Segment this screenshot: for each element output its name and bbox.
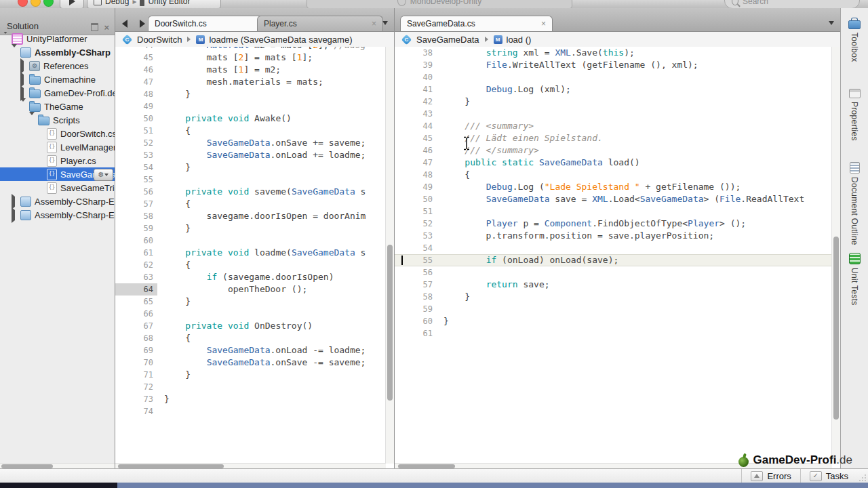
code-editor-right[interactable]: 38 string xml = XML.Save(this);39 File.W… — [395, 47, 832, 464]
line-number: 60 — [115, 235, 157, 247]
disclosure-right-icon[interactable] — [20, 75, 27, 85]
tree-item-unityplatformer[interactable]: UnityPlatformer — [0, 32, 115, 45]
close-tab-icon[interactable]: × — [372, 19, 376, 28]
code-text: } — [164, 88, 191, 100]
folder-icon — [29, 76, 41, 85]
tool-tab-document-outline[interactable]: Document Outline — [841, 162, 868, 245]
breadcrumb-member[interactable]: load () — [507, 35, 532, 45]
close-tab-icon[interactable]: × — [541, 19, 546, 28]
tab-list-dropdown-icon[interactable] — [829, 21, 834, 25]
code-line-52: 52 SaveGameData.onSave += saveme; — [115, 137, 386, 149]
line-number: 52 — [395, 218, 437, 230]
bottom-strip — [0, 483, 868, 488]
breadcrumb-member[interactable]: loadme (SaveGameData savegame) — [209, 35, 352, 45]
tree-item-assembly-csharp-editor[interactable]: Assembly-CSharp-Editor — [0, 208, 115, 222]
line-number: 49 — [395, 181, 437, 193]
tree-item-thegame[interactable]: TheGame — [0, 100, 115, 113]
line-number: 68 — [115, 332, 157, 344]
disclosure-right-icon[interactable] — [12, 210, 18, 220]
tab-savegamedata-cs[interactable]: SaveGameData.cs× — [400, 16, 553, 31]
code-line-52: 52 Player p = Component.FindObjectOfType… — [395, 218, 832, 230]
disclosure-right-icon[interactable] — [20, 88, 27, 98]
tool-tab-properties[interactable]: Properties — [841, 89, 868, 141]
code-text: /// <summary> — [443, 120, 534, 132]
tab-player-cs[interactable]: Player.cs× — [257, 16, 383, 31]
vertical-scrollbar-left[interactable] — [385, 47, 394, 464]
code-editor-left[interactable]: 44 Material m2 = mats [2]; //ausg45 mats… — [115, 47, 386, 464]
mouse-cursor — [463, 136, 470, 150]
disclosure-down-icon[interactable] — [20, 102, 27, 112]
errors-pad-button[interactable]: Errors — [741, 469, 800, 483]
line-number: 47 — [115, 76, 157, 88]
disclosure-down-icon[interactable] — [12, 47, 18, 58]
tree-item-savegamedata-cs[interactable]: {}SaveGameData.cs⚙ — [0, 167, 115, 181]
code-line-63: 63 if (savegame.doorIsOpen) — [115, 271, 386, 283]
window-close-button[interactable] — [18, 0, 28, 7]
folder-icon — [29, 89, 41, 98]
tree-item-label: Player.cs — [60, 156, 96, 166]
disclosure-right-icon[interactable] — [20, 61, 27, 71]
vertical-scrollbar-right[interactable] — [831, 47, 840, 464]
code-line-62: 62 { — [115, 259, 386, 271]
code-line-56: 56 private void saveme(SaveGameData s — [115, 186, 386, 198]
dock-panel-icon[interactable] — [91, 23, 98, 31]
code-text: Player p = Component.FindObjectOfType<Pl… — [443, 218, 746, 230]
solution-panel-header: Solution × — [0, 8, 115, 35]
watermark-name: GameDev-Profi — [753, 453, 837, 466]
code-line-55: 55 if (onLoad) onLoad(save); — [395, 254, 832, 266]
tool-tab-unit-tests[interactable]: Unit Tests — [841, 253, 868, 305]
tree-item-savegametrigger-cs[interactable]: {}SaveGameTrigger.cs — [0, 181, 115, 195]
tab-list-dropdown-icon[interactable] — [382, 21, 388, 25]
code-line-58: 58 savegame.doorIsOpen = doorAnim — [115, 210, 386, 222]
line-number: 44 — [115, 47, 157, 52]
configuration-icon — [94, 0, 102, 5]
tree-item-gamedev-profi-de[interactable]: GameDev-Profi.de — [0, 86, 115, 100]
tree-item-assembly-csharp-editor[interactable]: Assembly-CSharp-Editor — [0, 195, 115, 208]
breadcrumb-class[interactable]: DoorSwitch — [137, 35, 182, 45]
tree-item-scripts[interactable]: Scripts — [0, 113, 115, 127]
tree-item-label: SaveGameTrigger.cs — [60, 183, 115, 193]
tree-item-doorswitch-cs[interactable]: {}DoorSwitch.cs — [0, 127, 115, 140]
tool-tab-toolbox[interactable]: Toolbox — [841, 17, 868, 62]
tree-item-label: References — [43, 61, 88, 71]
navigate-back-icon[interactable] — [122, 20, 127, 28]
window-minimize-button[interactable] — [31, 0, 41, 7]
code-line-41: 41 Debug.Log (xml); — [395, 83, 832, 96]
cs-icon: {} — [47, 155, 57, 167]
tree-item-label: Scripts — [53, 115, 80, 125]
solution-panel-title: Solution — [7, 21, 39, 31]
disclosure-right-icon[interactable] — [12, 197, 18, 207]
code-line-66: 66 — [115, 308, 386, 320]
tab-doorswitch-cs[interactable]: DoorSwitch.cs× — [148, 16, 270, 31]
tree-item-assembly-csharp[interactable]: Assembly-CSharp — [0, 45, 115, 59]
window-resize-grip[interactable] — [857, 472, 867, 482]
tree-item-player-cs[interactable]: {}Player.cs — [0, 154, 115, 167]
code-text: return save; — [443, 279, 550, 291]
item-options-button[interactable]: ⚙ — [94, 169, 113, 181]
disclosure-down-icon[interactable] — [29, 115, 36, 125]
code-line-51: 51 { — [115, 125, 386, 137]
tree-item-cinemachine[interactable]: Cinemachine — [0, 73, 115, 86]
tasks-pad-button[interactable]: ✓ Tasks — [800, 469, 857, 483]
tree-item-references[interactable]: ⚙References — [0, 59, 115, 73]
tree-item-levelmanager-cs[interactable]: {}LevelManager.cs — [0, 140, 115, 154]
tab-strip-right: SaveGameData.cs× — [395, 8, 840, 32]
code-line-55: 55 — [115, 174, 386, 186]
navigate-forward-icon[interactable] — [140, 20, 145, 28]
tree-item-label: DoorSwitch.cs — [60, 129, 115, 139]
monodevelop-window: Debug ▸ Unity Editor MonoDevelop-Unity S… — [0, 0, 868, 488]
line-number: 56 — [395, 266, 437, 279]
scrollbar-thumb[interactable] — [387, 245, 393, 401]
window-zoom-button[interactable] — [43, 0, 54, 7]
project-icon — [20, 210, 31, 220]
tab-strip-left: DoorSwitch.cs×Player.cs× — [115, 8, 394, 32]
scrollbar-thumb[interactable] — [833, 237, 839, 420]
disclosure-down-icon[interactable] — [3, 34, 9, 44]
search-placeholder: Search — [743, 0, 768, 8]
code-text: SaveGameData save = XML.Load<SaveGameDat… — [443, 193, 804, 205]
close-panel-icon[interactable]: × — [104, 24, 109, 31]
app-status-icon — [397, 0, 406, 6]
code-line-48: 48 } — [115, 88, 386, 100]
tab-label: SaveGameData.cs — [407, 19, 536, 28]
breadcrumb-class[interactable]: SaveGameData — [416, 35, 479, 45]
